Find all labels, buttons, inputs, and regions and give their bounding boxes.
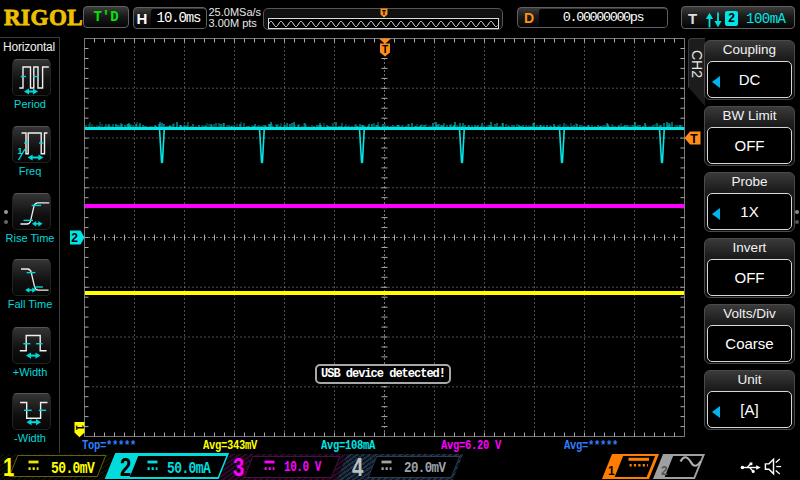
svg-text:1: 1 <box>74 425 85 431</box>
svg-text:2: 2 <box>71 231 78 245</box>
svg-text:T: T <box>382 44 388 55</box>
svg-text:T: T <box>690 132 698 146</box>
